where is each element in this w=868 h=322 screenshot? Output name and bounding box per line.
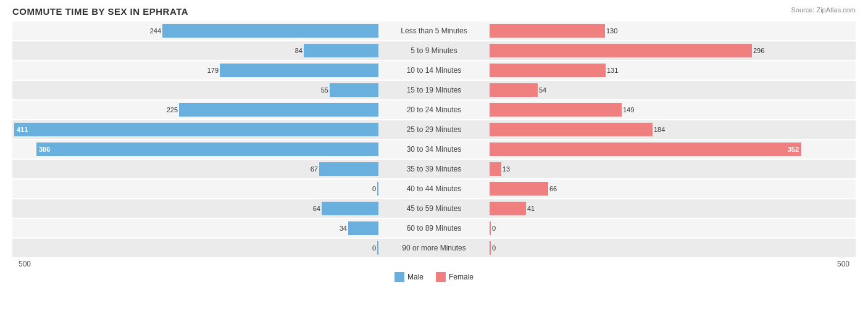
left-section: 225 <box>12 101 378 119</box>
right-section: 296 <box>490 41 856 60</box>
female-bar: 13 <box>490 162 501 176</box>
left-section: 244 <box>12 22 378 40</box>
row-label: Less than 5 Minutes <box>378 27 490 35</box>
chart-container: COMMUTE TIME BY SEX IN EPHRATA Source: Z… <box>0 0 868 322</box>
row-label: 45 to 59 Minutes <box>378 204 490 213</box>
right-section: 66 <box>490 180 856 198</box>
female-bar-wrap: 296 <box>490 44 856 57</box>
left-section: 34 <box>12 219 378 237</box>
male-value: 34 <box>330 225 347 232</box>
right-section: 131 <box>490 61 856 80</box>
female-bar-wrap: 184 <box>490 123 856 136</box>
left-section: 67 <box>12 160 378 178</box>
chart-row: 55 15 to 19 Minutes 54 <box>12 81 856 99</box>
male-bar: 225 <box>179 103 378 117</box>
chart-title: COMMUTE TIME BY SEX IN EPHRATA <box>12 6 856 17</box>
legend-female: Female <box>436 272 474 282</box>
axis-row: 500 500 <box>12 260 856 268</box>
source-text: Source: ZipAtlas.com <box>791 6 856 14</box>
right-section: 184 <box>490 120 856 139</box>
male-value-inside: 386 <box>39 146 50 153</box>
male-bar-wrap: 67 <box>12 162 378 176</box>
female-value: 13 <box>503 165 520 173</box>
female-bar-wrap: 149 <box>490 103 856 117</box>
chart-row: 386 30 to 34 Minutes 352 <box>12 140 856 159</box>
male-bar: 84 <box>304 44 378 57</box>
row-label: 10 to 14 Minutes <box>378 66 490 75</box>
row-label: 15 to 19 Minutes <box>378 86 490 94</box>
male-bar-wrap: 0 <box>12 241 378 255</box>
female-bar: 54 <box>490 83 538 97</box>
female-bar: 131 <box>490 64 606 77</box>
left-section: 55 <box>12 81 378 99</box>
right-section: 54 <box>490 81 856 99</box>
female-bar: 0 <box>490 241 491 255</box>
female-value: 54 <box>539 86 556 94</box>
female-value: 296 <box>753 47 770 54</box>
row-label: 25 to 29 Minutes <box>378 125 490 134</box>
chart-row: 225 20 to 24 Minutes 149 <box>12 101 856 119</box>
legend-male-box <box>394 272 404 282</box>
chart-row: 67 35 to 39 Minutes 13 <box>12 160 856 178</box>
row-label: 60 to 89 Minutes <box>378 224 490 233</box>
female-bar-wrap: 13 <box>490 162 856 176</box>
left-section: 179 <box>12 61 378 80</box>
right-section: 13 <box>490 160 856 178</box>
axis-right: 500 <box>490 260 856 268</box>
male-bar-wrap: 0 <box>12 182 378 196</box>
left-section: 84 <box>12 41 378 60</box>
female-bar: 296 <box>490 44 752 57</box>
row-label: 20 to 24 Minutes <box>378 105 490 114</box>
female-bar-wrap: 352 <box>490 142 856 156</box>
chart-row: 34 60 to 89 Minutes 0 <box>12 219 856 237</box>
male-value: 0 <box>359 244 376 252</box>
male-value: 0 <box>359 185 376 192</box>
male-bar-wrap: 386 <box>12 142 378 156</box>
male-bar-wrap: 244 <box>12 24 378 38</box>
female-value: 149 <box>623 106 640 114</box>
female-bar: 352 <box>490 142 801 156</box>
row-label: 40 to 44 Minutes <box>378 184 490 193</box>
female-value: 0 <box>492 225 509 232</box>
female-bar-wrap: 0 <box>490 241 856 255</box>
male-value: 67 <box>301 165 318 173</box>
male-value: 225 <box>161 106 178 114</box>
female-bar-wrap: 66 <box>490 182 856 196</box>
female-value: 184 <box>654 126 671 133</box>
chart-row: 0 40 to 44 Minutes 66 <box>12 180 856 198</box>
female-bar-wrap: 131 <box>490 64 856 77</box>
female-bar-wrap: 54 <box>490 83 856 97</box>
male-bar: 244 <box>162 24 378 38</box>
legend-male: Male <box>394 272 424 282</box>
chart-row: 0 90 or more Minutes 0 <box>12 239 856 257</box>
axis-left: 500 <box>12 260 378 268</box>
male-value: 64 <box>303 205 320 212</box>
right-section: 352 <box>490 140 856 159</box>
female-bar-wrap: 130 <box>490 24 856 38</box>
male-value: 244 <box>144 27 161 35</box>
female-bar: 130 <box>490 24 605 38</box>
bars-area: 244 Less than 5 Minutes 130 84 <box>12 22 856 257</box>
row-label: 35 to 39 Minutes <box>378 165 490 173</box>
legend-female-box <box>436 272 446 282</box>
legend: Male Female <box>12 272 856 282</box>
male-value: 179 <box>201 67 219 74</box>
male-bar-wrap: 411 <box>12 123 378 136</box>
left-section: 386 <box>12 140 378 159</box>
left-section: 0 <box>12 180 378 198</box>
male-value: 84 <box>285 47 303 54</box>
male-bar: 55 <box>330 83 378 97</box>
male-bar-wrap: 179 <box>12 64 378 77</box>
chart-row: 64 45 to 59 Minutes 41 <box>12 199 856 218</box>
female-value: 130 <box>606 27 624 35</box>
male-bar-wrap: 84 <box>12 44 378 57</box>
male-bar: 411 <box>14 123 378 136</box>
male-bar-wrap: 225 <box>12 103 378 117</box>
female-bar: 184 <box>490 123 653 136</box>
male-value-inside: 411 <box>17 126 28 133</box>
female-value: 66 <box>549 185 567 192</box>
right-section: 130 <box>490 22 856 40</box>
female-bar: 41 <box>490 202 526 215</box>
legend-male-label: Male <box>407 273 424 281</box>
female-value: 0 <box>492 244 509 252</box>
